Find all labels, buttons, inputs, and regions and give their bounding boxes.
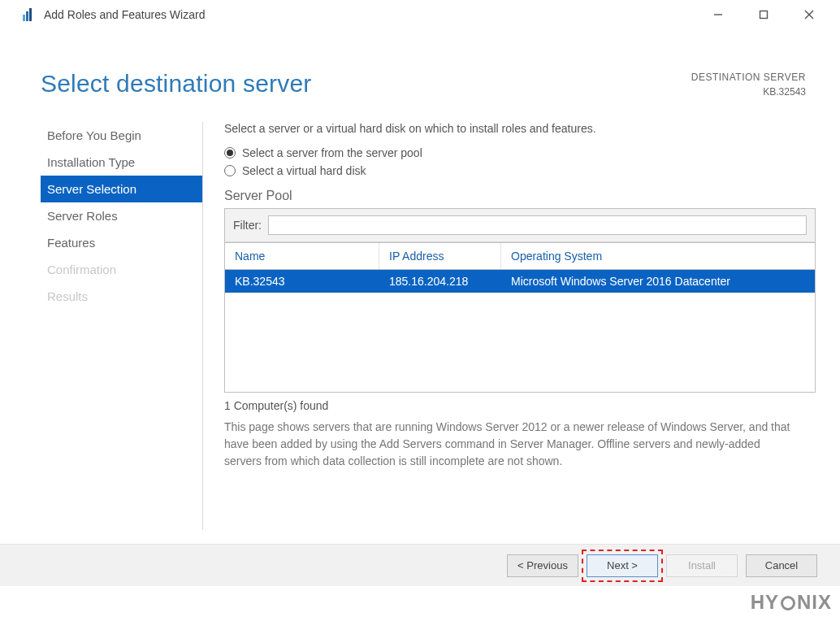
next-button[interactable]: Next > — [587, 554, 658, 577]
sidebar-item-label: Installation Type — [47, 155, 135, 169]
radio-icon — [224, 147, 236, 159]
sidebar-item-installation-type[interactable]: Installation Type — [41, 149, 202, 176]
radio-virtual-hard-disk[interactable]: Select a virtual hard disk — [224, 164, 816, 177]
sidebar-item-label: Server Selection — [47, 182, 136, 196]
server-grid-header: Name IP Address Operating System — [225, 242, 815, 270]
filter-label: Filter: — [233, 219, 262, 232]
intro-text: Select a server or a virtual hard disk o… — [224, 122, 816, 135]
install-button: Install — [666, 554, 738, 577]
content-pane: Select a server or a virtual hard disk o… — [203, 122, 816, 530]
cell-name: KB.32543 — [225, 270, 379, 293]
titlebar: Add Roles and Features Wizard — [0, 0, 840, 29]
wizard-steps-sidebar: Before You Begin Installation Type Serve… — [41, 122, 203, 530]
cancel-button[interactable]: Cancel — [746, 554, 817, 577]
close-button[interactable] — [796, 3, 822, 26]
radio-label: Select a virtual hard disk — [242, 164, 366, 177]
column-os[interactable]: Operating System — [501, 243, 815, 269]
cell-os: Microsoft Windows Server 2016 Datacenter — [501, 270, 815, 293]
wizard-button-bar: < Previous Next > Install Cancel — [0, 544, 840, 586]
filter-input[interactable] — [268, 215, 807, 235]
sidebar-item-before-you-begin[interactable]: Before You Begin — [41, 122, 202, 149]
sidebar-item-label: Features — [47, 236, 95, 250]
sidebar-item-label: Server Roles — [47, 209, 118, 223]
footnote-text: This page shows servers that are running… — [224, 419, 793, 470]
maximize-button[interactable] — [751, 3, 777, 26]
server-row[interactable]: KB.32543 185.16.204.218 Microsoft Window… — [225, 270, 815, 293]
watermark-circle-icon — [781, 596, 795, 610]
sidebar-item-server-roles[interactable]: Server Roles — [41, 202, 202, 229]
sidebar-item-server-selection[interactable]: Server Selection — [41, 176, 202, 202]
sidebar-item-features[interactable]: Features — [41, 229, 202, 256]
minimize-button[interactable] — [705, 3, 731, 26]
cell-ip: 185.16.204.218 — [379, 270, 501, 293]
column-ip[interactable]: IP Address — [379, 243, 501, 269]
server-pool-label: Server Pool — [224, 189, 816, 203]
sidebar-item-label: Before You Begin — [47, 128, 141, 142]
window-title: Add Roles and Features Wizard — [44, 8, 205, 21]
destination-name: KB.32543 — [691, 85, 806, 99]
radio-server-pool[interactable]: Select a server from the server pool — [224, 146, 816, 159]
destination-label: DESTINATION SERVER — [691, 70, 806, 85]
window-controls — [705, 3, 834, 26]
column-name[interactable]: Name — [225, 243, 379, 269]
header: Select destination server DESTINATION SE… — [0, 29, 840, 107]
svg-rect-1 — [760, 11, 768, 19]
server-pool-box: Filter: Name IP Address Operating System… — [224, 208, 816, 393]
sidebar-item-label: Results — [47, 289, 88, 303]
sidebar-item-label: Confirmation — [47, 263, 116, 276]
watermark-pre: HY — [751, 591, 779, 614]
page-title: Select destination server — [41, 70, 312, 98]
sidebar-item-results: Results — [41, 283, 202, 310]
server-grid-body: KB.32543 185.16.204.218 Microsoft Window… — [225, 270, 815, 392]
sidebar-item-confirmation: Confirmation — [41, 256, 202, 283]
app-icon — [23, 8, 36, 21]
radio-icon — [224, 165, 236, 176]
destination-block: DESTINATION SERVER KB.32543 — [691, 70, 806, 99]
radio-label: Select a server from the server pool — [242, 146, 422, 159]
previous-button[interactable]: < Previous — [507, 554, 578, 577]
watermark-post: NIX — [797, 591, 832, 614]
watermark: HY NIX — [751, 591, 832, 614]
computers-found-text: 1 Computer(s) found — [224, 399, 816, 412]
filter-row: Filter: — [225, 209, 815, 242]
